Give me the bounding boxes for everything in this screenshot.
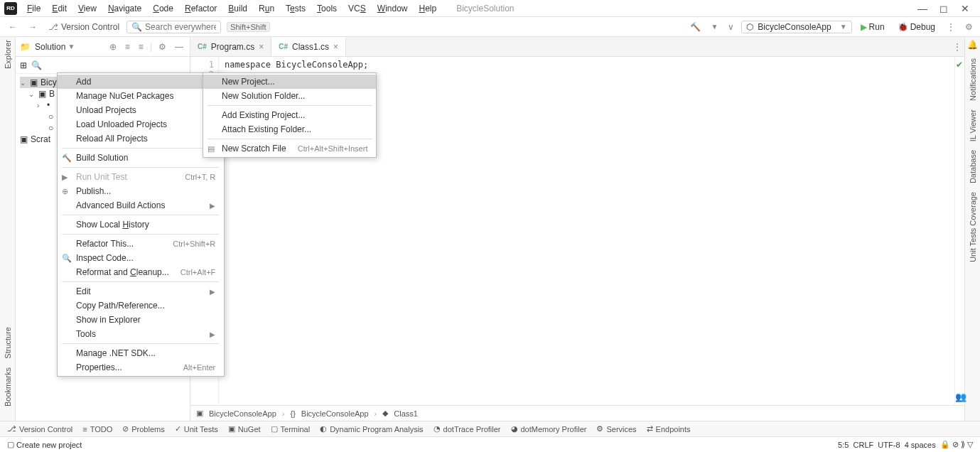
- check-icon: ✔: [956, 60, 963, 70]
- ctx-add[interactable]: Add▶: [58, 75, 224, 89]
- bell-icon[interactable]: 🔔: [967, 40, 978, 50]
- menu-tests[interactable]: Tests: [280, 2, 311, 15]
- minimize-button[interactable]: —: [912, 1, 933, 16]
- check-icon[interactable]: ⊘: [952, 440, 959, 449]
- run-config-selector[interactable]: ⬡ BicycleConsoleApp ▼: [741, 21, 851, 33]
- ctx-reload-all[interactable]: Reload All Projects: [58, 131, 224, 146]
- menu-code[interactable]: Code: [147, 2, 179, 15]
- chevron-down-icon[interactable]: ▼: [68, 43, 75, 50]
- ctx-local-history[interactable]: Show Local History: [58, 217, 224, 232]
- bottom-dotmemory[interactable]: ◕dotMemory Profiler: [511, 424, 587, 434]
- bottom-terminal[interactable]: ▢Terminal: [271, 424, 311, 434]
- menu-navigate[interactable]: Navigate: [102, 2, 147, 15]
- version-control-button[interactable]: ⎇ Version Control: [44, 21, 124, 33]
- history-dropdown-icon[interactable]: ∨: [725, 21, 737, 33]
- expand-icon[interactable]: ≡: [123, 42, 132, 52]
- rail-structure[interactable]: Structure: [4, 327, 12, 359]
- status-line-ending[interactable]: CRLF: [854, 441, 874, 449]
- ctx-new-solution-folder[interactable]: New Solution Folder...: [203, 89, 376, 103]
- bottom-nuget[interactable]: ▣NuGet: [228, 424, 261, 434]
- run-button[interactable]: ▶Run: [856, 21, 889, 33]
- search-input[interactable]: [145, 22, 216, 32]
- bottom-dpa[interactable]: ◐Dynamic Program Analysis: [320, 424, 423, 434]
- nav-back-button[interactable]: ←: [4, 21, 21, 33]
- menu-vcs[interactable]: VCS: [343, 2, 372, 15]
- ctx-attach-existing-folder[interactable]: Attach Existing Folder...: [203, 122, 376, 136]
- nav-forward-button[interactable]: →: [24, 21, 41, 33]
- settings-gear-icon[interactable]: ⚙: [962, 21, 976, 33]
- ctx-publish[interactable]: ⊕Publish...: [58, 184, 224, 198]
- ctx-adv-build[interactable]: Advanced Build Actions▶: [58, 198, 224, 212]
- build-dropdown-icon[interactable]: ▼: [708, 21, 721, 32]
- ctx-inspect[interactable]: 🔍Inspect Code...: [58, 251, 224, 265]
- ctx-build[interactable]: 🔨Build Solution: [58, 151, 224, 165]
- maximize-button[interactable]: ◻: [933, 1, 954, 16]
- solution-panel-search: ⊞ 🔍: [16, 57, 190, 74]
- menu-view[interactable]: View: [72, 2, 102, 15]
- ctx-manage-nuget[interactable]: Manage NuGet Packages: [58, 89, 224, 103]
- gear-icon[interactable]: ⚙: [156, 42, 168, 52]
- ctx-properties[interactable]: Properties...Alt+Enter: [58, 360, 224, 375]
- ctx-add-existing-project[interactable]: Add Existing Project...: [203, 108, 376, 122]
- more-icon[interactable]: ⋮: [944, 21, 958, 33]
- solution-title[interactable]: Solution: [35, 42, 65, 52]
- ctx-show-explorer[interactable]: Show in Explorer: [58, 313, 224, 327]
- rail-bookmarks[interactable]: Bookmarks: [4, 367, 12, 407]
- collapse-icon[interactable]: ≡: [136, 42, 146, 52]
- crumb-3[interactable]: Class1: [394, 409, 418, 418]
- crumb-2[interactable]: BicycleConsoleApp: [301, 409, 369, 418]
- hide-panel-icon[interactable]: —: [173, 42, 185, 52]
- ctx-refactor[interactable]: Refactor This...Ctrl+Shift+R: [58, 237, 224, 251]
- menu-file[interactable]: File: [21, 2, 46, 15]
- menu-help[interactable]: Help: [413, 2, 442, 15]
- rail-unit-coverage[interactable]: Unit Tests Coverage: [969, 192, 977, 262]
- rail-il-viewer[interactable]: IL Viewer: [969, 109, 977, 141]
- bottom-problems[interactable]: ⊘Problems: [122, 424, 164, 434]
- ctx-new-project[interactable]: New Project...: [203, 75, 376, 89]
- close-icon[interactable]: ×: [333, 42, 338, 52]
- chevron-right-icon: ▶: [210, 202, 215, 210]
- menu-run[interactable]: Run: [253, 2, 280, 15]
- ctx-edit[interactable]: Edit▶: [58, 284, 224, 298]
- menu-tools[interactable]: Tools: [311, 2, 343, 15]
- debug-button[interactable]: 🐞Debug: [893, 21, 939, 33]
- search-icon[interactable]: 🔍: [31, 60, 42, 70]
- locate-icon[interactable]: ⊕: [107, 42, 119, 52]
- search-everywhere-box[interactable]: 🔍: [126, 21, 221, 33]
- ctx-reformat[interactable]: Reformat and Cleanup...Ctrl+Alt+F: [58, 265, 224, 279]
- menu-window[interactable]: Window: [372, 2, 414, 15]
- ctx-tools[interactable]: Tools▶: [58, 327, 224, 341]
- status-position[interactable]: 5:5: [838, 441, 849, 449]
- bottom-todo[interactable]: ≡TODO: [82, 425, 112, 434]
- ctx-load-unloaded[interactable]: Load Unloaded Projects: [58, 117, 224, 131]
- menu-refactor[interactable]: Refactor: [179, 2, 222, 15]
- ctx-new-scratch[interactable]: ▤New Scratch FileCtrl+Alt+Shift+Insert: [203, 141, 376, 156]
- bottom-dottrace[interactable]: ◔dotTrace Profiler: [434, 424, 501, 434]
- ctx-unload[interactable]: Unload Projects: [58, 103, 224, 117]
- rail-notifications[interactable]: Notifications: [969, 58, 977, 101]
- status-encoding[interactable]: UTF-8: [878, 441, 900, 449]
- bottom-services[interactable]: ⚙Services: [596, 424, 636, 434]
- status-indent[interactable]: 4 spaces: [905, 441, 936, 449]
- bottom-unit-tests[interactable]: ✓Unit Tests: [175, 424, 218, 434]
- bottom-endpoints[interactable]: ⇄Endpoints: [647, 424, 691, 434]
- bottom-version-control[interactable]: ⎇Version Control: [7, 424, 72, 434]
- tab-program[interactable]: C#Program.cs×: [190, 37, 271, 56]
- ctx-copy-path[interactable]: Copy Path/Reference...: [58, 298, 224, 313]
- tab-class1[interactable]: C#Class1.cs×: [271, 37, 346, 56]
- build-hammer-icon[interactable]: 🔨: [687, 21, 704, 33]
- tab-more-icon[interactable]: ⋮: [950, 41, 964, 53]
- filter-icon[interactable]: ▽: [967, 440, 973, 449]
- ctx-manage-sdk[interactable]: Manage .NET SDK...: [58, 346, 224, 360]
- lock-icon[interactable]: 🔒: [940, 440, 950, 449]
- search-icon: 🔍: [131, 22, 142, 32]
- menu-build[interactable]: Build: [222, 2, 253, 15]
- signal-icon[interactable]: ⟫: [961, 440, 965, 449]
- rail-database[interactable]: Database: [969, 150, 977, 183]
- close-icon[interactable]: ×: [259, 42, 264, 52]
- scope-icon[interactable]: ⊞: [20, 60, 27, 70]
- menu-edit[interactable]: Edit: [46, 2, 72, 15]
- crumb-1[interactable]: BicycleConsoleApp: [209, 409, 276, 418]
- close-button[interactable]: ✕: [954, 1, 976, 16]
- rail-explorer[interactable]: Explorer: [4, 40, 12, 69]
